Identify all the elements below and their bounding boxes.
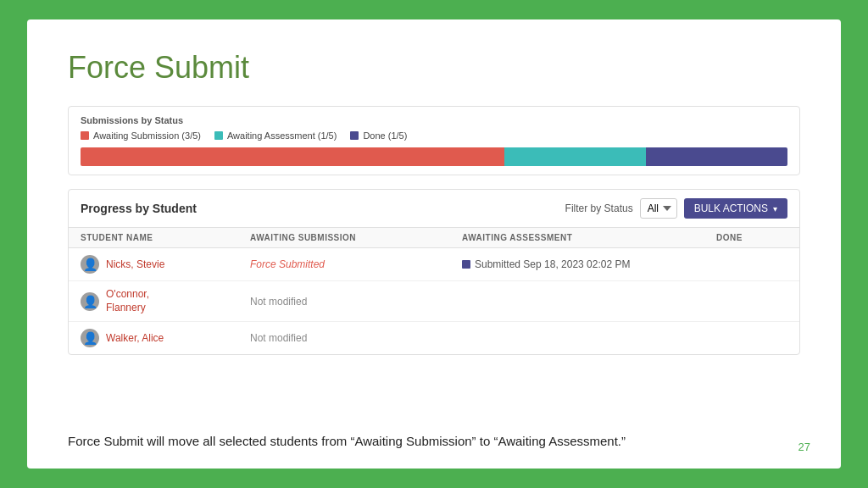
footer-text: Force Submit will move all selected stud… bbox=[68, 417, 800, 448]
student-name-2[interactable]: O'connor,Flannery bbox=[106, 288, 149, 314]
filter-label: Filter by Status bbox=[565, 202, 633, 214]
filter-select[interactable]: All bbox=[640, 198, 677, 219]
avatar-icon-3: 👤 bbox=[83, 331, 97, 345]
avatar-icon-1: 👤 bbox=[83, 258, 97, 271]
progress-bar bbox=[81, 147, 787, 166]
legend-item-assessment: Awaiting Assessment (1/5) bbox=[214, 130, 337, 141]
legend: Awaiting Submission (3/5) Awaiting Asses… bbox=[81, 130, 787, 141]
table-header: STUDENT NAME AWAITING SUBMISSION AWAITIN… bbox=[69, 228, 799, 248]
student-name-cell-1: 👤 Nicks, Stevie bbox=[81, 255, 250, 274]
progress-header: Progress by Student Filter by Status All… bbox=[69, 190, 799, 228]
legend-item-done: Done (1/5) bbox=[350, 130, 407, 141]
avatar-icon-2: 👤 bbox=[83, 295, 97, 308]
filter-group: Filter by Status All BULK ACTIONS bbox=[565, 198, 787, 219]
slide: Force Submit Submissions by Status Await… bbox=[27, 19, 841, 469]
progress-section-title: Progress by Student bbox=[81, 202, 197, 215]
student-name-3[interactable]: Walker, Alice bbox=[106, 332, 164, 344]
bar-assessment bbox=[504, 147, 646, 166]
col-header-awaiting-assessment: AWAITING ASSESSMENT bbox=[462, 233, 716, 242]
page-title: Force Submit bbox=[68, 50, 800, 86]
table-row: 👤 Walker, Alice Not modified bbox=[69, 322, 799, 354]
table-row: 👤 Nicks, Stevie Force Submitted Submitte… bbox=[69, 248, 799, 281]
col-header-awaiting-submission: AWAITING SUBMISSION bbox=[250, 233, 462, 242]
col-header-done: DONE bbox=[716, 233, 787, 242]
submitted-text-1: Submitted Sep 18, 2023 02:02 PM bbox=[475, 258, 630, 270]
awaiting-submission-1: Force Submitted bbox=[250, 258, 462, 270]
col-header-student: STUDENT NAME bbox=[81, 233, 250, 242]
avatar-1: 👤 bbox=[81, 255, 99, 274]
legend-dot-done bbox=[350, 131, 359, 140]
awaiting-assessment-1: Submitted Sep 18, 2023 02:02 PM bbox=[462, 258, 716, 270]
table-row: 👤 O'connor,Flannery Not modified bbox=[69, 281, 799, 322]
legend-item-awaiting: Awaiting Submission (3/5) bbox=[81, 130, 201, 141]
page-number: 27 bbox=[798, 441, 810, 453]
awaiting-submission-2: Not modified bbox=[250, 296, 462, 308]
bar-awaiting bbox=[81, 147, 504, 166]
legend-dot-assessment bbox=[214, 131, 223, 140]
legend-label-awaiting: Awaiting Submission (3/5) bbox=[93, 130, 201, 141]
student-name-cell-2: 👤 O'connor,Flannery bbox=[81, 288, 250, 314]
progress-section: Progress by Student Filter by Status All… bbox=[68, 189, 800, 355]
status-label: Submissions by Status bbox=[81, 115, 787, 125]
legend-label-assessment: Awaiting Assessment (1/5) bbox=[227, 130, 337, 141]
avatar-2: 👤 bbox=[81, 292, 99, 311]
student-name-1[interactable]: Nicks, Stevie bbox=[106, 258, 164, 270]
status-section: Submissions by Status Awaiting Submissio… bbox=[68, 106, 800, 175]
bulk-actions-button[interactable]: BULK ACTIONS bbox=[684, 198, 787, 219]
student-name-cell-3: 👤 Walker, Alice bbox=[81, 329, 250, 347]
bar-done bbox=[646, 147, 787, 166]
legend-label-done: Done (1/5) bbox=[363, 130, 407, 141]
avatar-3: 👤 bbox=[81, 329, 99, 347]
awaiting-submission-3: Not modified bbox=[250, 332, 462, 344]
submitted-dot-1 bbox=[462, 260, 470, 269]
legend-dot-awaiting bbox=[81, 131, 89, 140]
